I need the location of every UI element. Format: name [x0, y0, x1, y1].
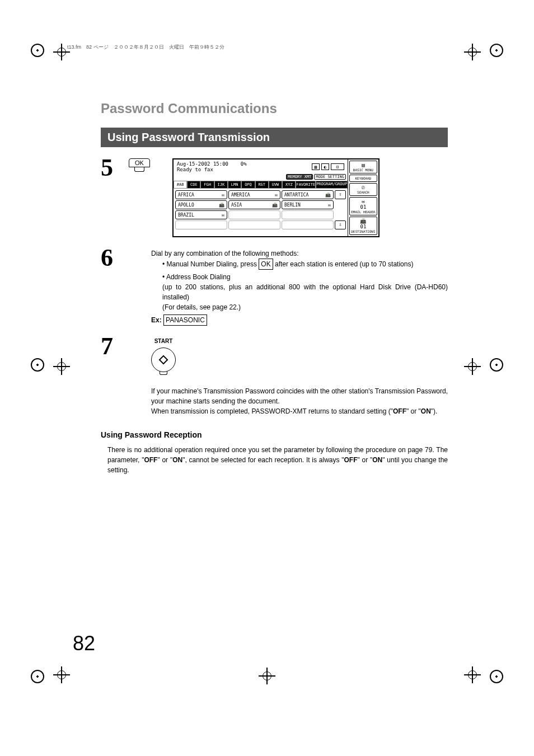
step-6: 6 Dial by any combination of the followi…	[101, 246, 448, 326]
tab[interactable]: XYZ	[282, 181, 296, 189]
search-button[interactable]: ⎚SEARCH	[349, 183, 377, 196]
addr-entry[interactable]	[282, 220, 334, 229]
step-number: 6	[101, 246, 129, 270]
lcd-screen: Aug-15-2002 15:00 0% Ready to fax ▦ ◐ ⊟ …	[172, 158, 380, 237]
tab[interactable]: IJK	[214, 181, 228, 189]
tab[interactable]: RST	[255, 181, 269, 189]
crop-cross-icon	[53, 666, 70, 683]
start-button-graphic: START	[151, 337, 176, 375]
mail-icon: ✉	[222, 213, 224, 218]
ok-button-graphic: OK	[129, 158, 150, 172]
diamond-icon	[159, 355, 168, 365]
crop-mark-icon	[490, 44, 503, 57]
addr-entry[interactable]	[228, 210, 280, 219]
addr-entry[interactable]	[282, 210, 334, 219]
header-filename: t13.fm 82 ページ ２００２年８月２０日 火曜日 午前９時５２分	[67, 44, 224, 51]
fax-icon: 📠	[325, 192, 331, 198]
fax-icon: 📠	[350, 218, 376, 224]
search-icon: ⎚	[350, 185, 376, 190]
addr-entry[interactable]: BERLIN✉	[282, 200, 334, 209]
crop-mark-icon	[31, 44, 44, 57]
tab[interactable]: UVW	[269, 181, 282, 189]
keyboard-button[interactable]: KEYBOARD	[349, 175, 377, 182]
crop-mark-icon	[31, 358, 44, 372]
example-line: Ex: PANASONIC	[151, 314, 448, 326]
crop-cross-icon	[259, 668, 275, 684]
reception-paragraph: There is no additional operation require…	[101, 445, 448, 475]
tab[interactable]: LMN	[228, 181, 241, 189]
crop-cross-icon	[53, 358, 70, 375]
memory-xmt-button[interactable]: MEMORY XMT	[286, 174, 313, 180]
fax-icon: 📠	[272, 203, 278, 208]
tab-program[interactable]: PROGRAM/GROUP	[316, 181, 348, 189]
grid-icon: ▦	[312, 163, 320, 170]
addr-entry[interactable]: ASIA📠	[228, 200, 280, 209]
crop-cross-icon	[464, 358, 481, 375]
crop-cross-icon	[464, 44, 481, 60]
crop-cross-icon	[464, 666, 481, 683]
addr-entry[interactable]: AMERICA✉	[228, 190, 280, 199]
page-number: 82	[73, 632, 95, 655]
bullet: • Manual Number Dialing, press OK after …	[162, 259, 448, 270]
crop-mark-icon	[490, 358, 503, 372]
scroll-down-button[interactable]: ⇩	[335, 220, 346, 229]
tab-favorite[interactable]: FAVORITE	[296, 181, 316, 189]
step-number: 7	[101, 334, 129, 359]
paragraph: If your machine's Transmission Password …	[151, 386, 448, 406]
addr-entry[interactable]	[228, 220, 280, 229]
step-7: 7 START If your machine's Transmission P…	[101, 334, 448, 416]
slider-icon: ⊟	[331, 163, 344, 170]
email-header-button[interactable]: ✉01EMAIL HEADER	[349, 197, 377, 215]
addr-entry[interactable]: ANTARTICA📠	[282, 190, 334, 199]
mail-icon: ✉	[222, 192, 224, 198]
step-intro: Dial by any combination of the following…	[151, 248, 448, 259]
tab[interactable]: FGH	[200, 181, 214, 189]
destinations-button[interactable]: 📠01DESTINATIONS	[349, 217, 377, 235]
mode-setting-button[interactable]: MODE SETTING	[314, 174, 346, 180]
contrast-icon: ◐	[321, 163, 329, 170]
bullet: • Address Book Dialing(up to 200 station…	[162, 272, 448, 312]
basic-menu-button[interactable]: ▤BASIC MENU	[349, 161, 377, 173]
tab[interactable]: #AB	[174, 181, 187, 189]
menu-icon: ▤	[350, 162, 376, 168]
addr-entry[interactable]: AFRICA✉	[175, 190, 227, 199]
step-number: 5	[101, 156, 129, 180]
screen-status: Ready to fax	[177, 167, 247, 172]
screen-pct: 0%	[241, 161, 247, 167]
paragraph: When transmission is completed, PASSWORD…	[151, 406, 448, 416]
addr-entry[interactable]: APOLLO📠	[175, 200, 227, 209]
tab[interactable]: OPQ	[241, 181, 255, 189]
crop-mark-icon	[31, 670, 44, 683]
scroll-up-button[interactable]: ⇧	[335, 190, 346, 199]
reception-heading: Using Password Reception	[101, 430, 448, 439]
step-5: 5 OK Aug-15-2002 15:00 0% Ready to fax	[101, 156, 448, 237]
mail-icon: ✉	[350, 199, 376, 204]
alpha-tabs: #AB CDE FGH IJK LMN OPQ RST UVW XYZ FAVO…	[174, 181, 348, 189]
fax-icon: 📠	[219, 203, 224, 208]
addr-entry[interactable]: BRAZIL✉	[175, 210, 227, 219]
mail-icon: ✉	[275, 192, 278, 198]
section-title: Password Communications	[101, 101, 448, 116]
addr-entry[interactable]	[175, 220, 227, 229]
tab[interactable]: CDE	[187, 181, 200, 189]
crop-mark-icon	[490, 670, 503, 683]
subsection-title: Using Password Transmission	[101, 128, 448, 147]
mail-icon: ✉	[328, 203, 331, 208]
screen-date: Aug-15-2002 15:00	[177, 161, 228, 167]
